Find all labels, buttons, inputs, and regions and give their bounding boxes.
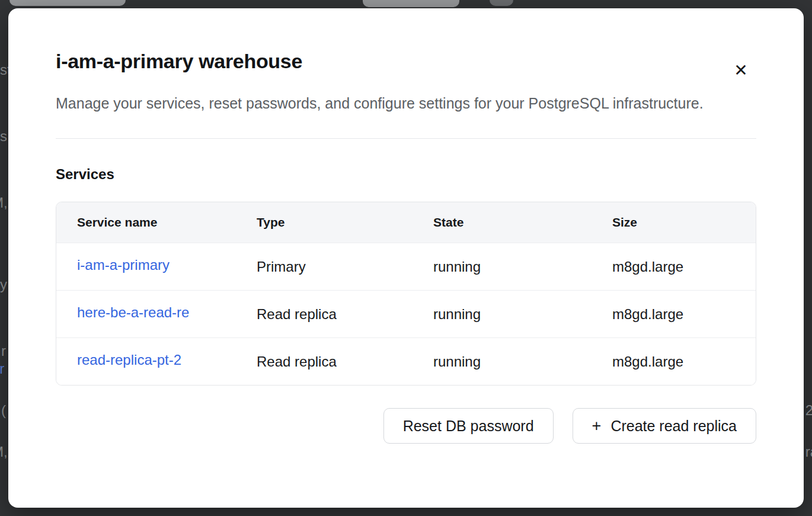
service-type-cell: Read replica	[257, 353, 433, 370]
column-header-type: Type	[257, 215, 433, 230]
service-state-cell: running	[433, 353, 612, 370]
service-type-cell: Read replica	[257, 306, 433, 323]
background-text-fragment: M,	[0, 445, 8, 459]
service-state-cell: running	[433, 259, 612, 275]
service-type-cell: Primary	[257, 259, 433, 275]
service-name-link[interactable]: read-replica-pt-2	[77, 352, 181, 368]
service-name-link[interactable]: i-am-a-primary	[77, 257, 170, 273]
table-row: here-be-a-read-re Read replica running m…	[56, 290, 756, 337]
background-text-fragment: r	[1, 344, 6, 358]
table-row: i-am-a-primary Primary running m8gd.larg…	[56, 243, 756, 290]
background-button-fragment	[9, 0, 126, 6]
service-size-cell: m8gd.large	[612, 353, 756, 370]
background-text-fragment: 2)	[805, 403, 812, 418]
close-icon[interactable]: ✕	[728, 57, 754, 83]
services-heading: Services	[56, 166, 756, 183]
column-header-size: Size	[612, 215, 756, 230]
dialog-description: Manage your services, reset passwords, a…	[56, 91, 737, 116]
create-read-replica-button[interactable]: + Create read replica	[573, 408, 756, 444]
background-button-fragment	[490, 0, 513, 6]
background-text-fragment: M,	[0, 196, 8, 210]
services-table: Service name Type State Size i-am-a-prim…	[56, 202, 756, 386]
table-header-row: Service name Type State Size	[56, 202, 756, 243]
service-size-cell: m8gd.large	[612, 259, 756, 275]
reset-db-password-label: Reset DB password	[403, 418, 534, 435]
table-row: read-replica-pt-2 Read replica running m…	[56, 337, 756, 385]
background-text-fragment: ra	[805, 445, 812, 459]
column-header-state: State	[433, 215, 612, 230]
divider	[56, 138, 756, 139]
dialog-title: i-am-a-primary warehouse	[56, 50, 756, 73]
dialog-actions: Reset DB password + Create read replica	[56, 408, 756, 444]
reset-db-password-button[interactable]: Reset DB password	[383, 408, 554, 444]
background-text-fragment: s	[0, 129, 7, 144]
background-text-fragment: y	[0, 278, 7, 292]
warehouse-dialog: i-am-a-primary warehouse ✕ Manage your s…	[8, 8, 804, 508]
service-state-cell: running	[433, 306, 612, 323]
background-button-fragment	[363, 0, 459, 7]
plus-icon: +	[592, 418, 602, 434]
background-text-fragment: (	[1, 403, 6, 418]
background-link-fragment: ir	[0, 362, 4, 376]
service-size-cell: m8gd.large	[612, 306, 756, 323]
create-read-replica-label: Create read replica	[610, 418, 737, 435]
column-header-service-name: Service name	[56, 215, 257, 230]
service-name-link[interactable]: here-be-a-read-re	[77, 304, 189, 321]
